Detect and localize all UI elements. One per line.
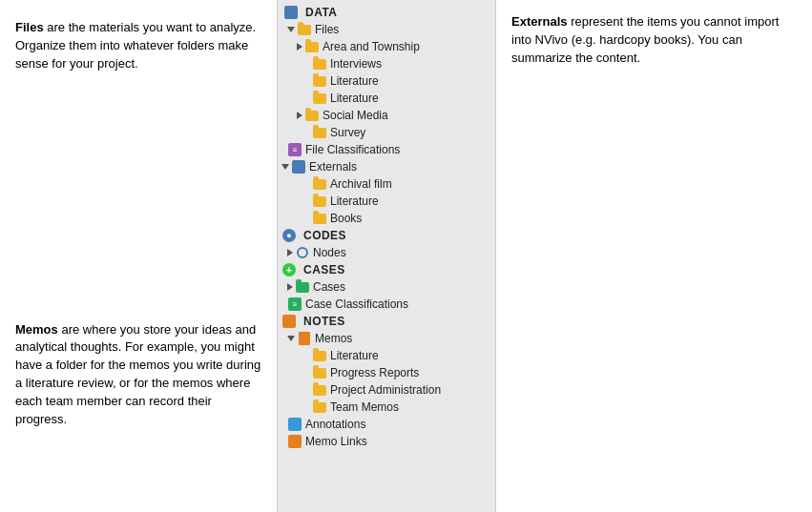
tree-row-externals[interactable]: Externals xyxy=(278,158,495,175)
annotations-label: Annotations xyxy=(305,418,365,431)
memos-annotation: Memos are where you store your ideas and… xyxy=(15,321,261,429)
tree-row-case-classifications[interactable]: ≡ Case Classifications xyxy=(278,296,495,313)
file-classifications-label: File Classifications xyxy=(305,143,400,156)
archival-folder-icon xyxy=(312,176,327,192)
files-row[interactable]: Files xyxy=(278,21,495,38)
left-panel: Files are the materials you want to anal… xyxy=(0,0,277,512)
tree-row-file-classifications[interactable]: ≡ File Classifications xyxy=(278,141,495,158)
tree-row-area-township[interactable]: Area and Township xyxy=(278,38,495,55)
cases-folder-icon xyxy=(295,279,310,295)
tree-row-progress-reports[interactable]: Progress Reports xyxy=(278,364,495,381)
cases-child-label: Cases xyxy=(313,280,345,294)
nodes-arrow xyxy=(287,249,293,256)
file-class-icon-el: ≡ xyxy=(287,142,302,157)
tree-row-literature-ext[interactable]: Literature xyxy=(278,193,495,210)
area-arrow xyxy=(297,43,302,51)
progress-reports-label: Progress Reports xyxy=(330,366,419,379)
cases-icon: + xyxy=(281,262,297,277)
project-admin-label: Project Administration xyxy=(330,383,441,397)
notes-section-header[interactable]: NOTES xyxy=(278,313,495,330)
tree-row-annotations[interactable]: Annotations xyxy=(278,416,495,433)
tree-row-social-media[interactable]: Social Media xyxy=(278,107,495,124)
social-arrow xyxy=(297,112,302,119)
project-admin-folder-icon xyxy=(312,382,327,398)
files-annotation: Files are the materials you want to anal… xyxy=(15,19,261,73)
data-section-header[interactable]: DATA xyxy=(278,4,495,21)
tree-row-literature-memo[interactable]: Literature xyxy=(278,347,495,364)
codes-section-header[interactable]: ● CODES xyxy=(278,227,495,244)
data-icon xyxy=(283,5,299,20)
tree-row-news-articles[interactable]: Literature xyxy=(278,90,495,107)
memos-label: Memos xyxy=(315,332,352,345)
archival-label: Archival film xyxy=(330,177,392,191)
nodes-label: Nodes xyxy=(313,246,346,259)
news-folder-icon xyxy=(312,91,327,106)
cases-arrow xyxy=(287,283,293,291)
literature-memo-folder-icon xyxy=(312,348,327,363)
social-folder-icon xyxy=(304,108,320,123)
tree-row-memolinks[interactable]: Memo Links xyxy=(278,433,495,450)
tree-row-archival[interactable]: Archival film xyxy=(278,175,495,193)
books-label: Books xyxy=(330,212,362,225)
tree-row-books[interactable]: Books xyxy=(278,210,495,227)
right-panel: Externals represent the items you cannot… xyxy=(496,0,812,512)
area-folder-icon xyxy=(304,39,320,54)
cases-label: CASES xyxy=(303,263,345,276)
tree-row-literature-files[interactable]: Literature xyxy=(278,72,495,90)
team-memos-label: Team Memos xyxy=(330,400,399,414)
externals-icon xyxy=(291,159,306,174)
interviews-folder-icon xyxy=(312,56,327,72)
files-label: Files xyxy=(315,23,339,36)
tree-row-team-memos[interactable]: Team Memos xyxy=(278,399,495,416)
case-class-icon-el: ≡ xyxy=(287,297,302,312)
tree-row-cases[interactable]: Cases xyxy=(278,278,495,296)
notes-icon xyxy=(281,314,297,329)
memos-folder-icon xyxy=(297,331,312,346)
tree-row-nodes[interactable]: Nodes xyxy=(278,244,495,261)
books-folder-icon xyxy=(312,211,327,226)
externals-arrow xyxy=(281,164,289,170)
nodes-icon xyxy=(295,245,310,260)
team-memos-folder-icon xyxy=(312,399,327,415)
externals-keyword: Externals xyxy=(511,14,568,29)
news-articles-label: Literature xyxy=(330,92,379,105)
literature-ext-folder-icon xyxy=(312,194,327,209)
annotations-icon xyxy=(287,417,302,432)
files-text: are the materials you want to analyze. O… xyxy=(15,20,256,71)
tree-row-interviews[interactable]: Interviews xyxy=(278,55,495,72)
literature-files-label: Literature xyxy=(330,74,379,88)
memolinks-label: Memo Links xyxy=(305,435,367,448)
tree-row-memos[interactable]: Memos xyxy=(278,330,495,347)
progress-folder-icon xyxy=(312,365,327,380)
codes-icon: ● xyxy=(281,228,297,243)
externals-annotation: Externals represent the items you cannot… xyxy=(511,13,797,68)
memos-arrow xyxy=(287,336,295,341)
literature-memo-label: Literature xyxy=(330,349,379,362)
tree-row-project-admin[interactable]: Project Administration xyxy=(278,381,495,399)
data-label: DATA xyxy=(305,6,337,19)
memos-text: are where you store your ideas and analy… xyxy=(15,322,260,426)
memos-keyword: Memos xyxy=(15,322,58,337)
literature-ext-label: Literature xyxy=(330,195,379,208)
survey-label: Survey xyxy=(330,126,365,139)
tree-row-survey[interactable]: Survey xyxy=(278,124,495,141)
literature-files-folder-icon xyxy=(312,73,327,89)
social-media-label: Social Media xyxy=(323,109,388,122)
area-township-label: Area and Township xyxy=(323,40,420,53)
survey-folder-icon xyxy=(312,125,327,140)
externals-label: Externals xyxy=(309,160,357,174)
case-classifications-label: Case Classifications xyxy=(305,297,408,311)
notes-label: NOTES xyxy=(303,315,345,328)
cases-section-header[interactable]: + CASES xyxy=(278,261,495,278)
interviews-label: Interviews xyxy=(330,57,382,71)
codes-label: CODES xyxy=(303,229,346,242)
files-folder-icon xyxy=(297,22,312,37)
files-arrow xyxy=(287,27,295,32)
files-keyword: Files xyxy=(15,20,44,34)
file-tree: DATA Files Area and Township Interviews … xyxy=(277,0,496,512)
memolinks-icon xyxy=(287,434,302,449)
